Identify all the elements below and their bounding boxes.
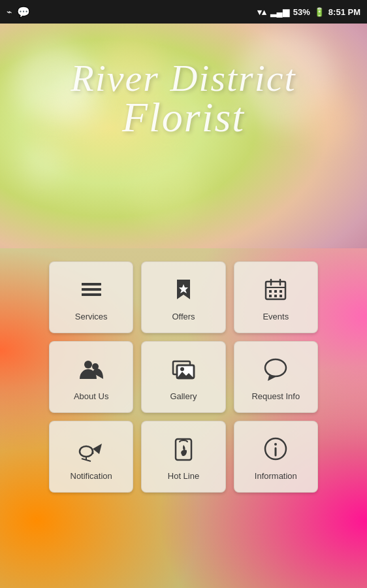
gallery-label: Gallery xyxy=(170,391,197,401)
services-label: Services xyxy=(75,312,108,321)
svg-rect-15 xyxy=(274,295,277,297)
hero-section: River District Florist xyxy=(0,24,367,285)
svg-point-24 xyxy=(80,446,93,457)
svg-rect-16 xyxy=(279,295,282,297)
battery-icon: 🔋 xyxy=(314,7,325,17)
about-us-button[interactable]: About Us xyxy=(49,341,133,413)
information-button[interactable]: Information xyxy=(234,421,318,493)
signal-icon: ▂▄▆ xyxy=(270,7,289,17)
offers-icon xyxy=(170,276,197,306)
svg-rect-4 xyxy=(82,288,85,291)
time-display: 8:51 PM xyxy=(328,7,360,17)
gallery-icon xyxy=(170,356,197,386)
information-label: Information xyxy=(255,471,297,481)
hot-line-icon xyxy=(170,436,197,466)
services-button[interactable]: Services xyxy=(49,261,133,333)
request-info-button[interactable]: Request Info xyxy=(234,341,318,413)
offers-label: Offers xyxy=(172,312,195,321)
svg-rect-5 xyxy=(82,293,85,296)
gallery-button[interactable]: Gallery xyxy=(141,341,225,413)
wifi-icon: ▾▴ xyxy=(257,7,266,17)
events-button[interactable]: Events xyxy=(234,261,318,333)
svg-point-30 xyxy=(274,443,277,446)
notification-label: Notification xyxy=(71,471,112,481)
battery-percent: 53% xyxy=(293,7,310,17)
hot-line-button[interactable]: Hot Line xyxy=(141,421,225,493)
svg-point-23 xyxy=(265,359,286,376)
whatsapp-icon: 💬 xyxy=(17,6,30,18)
events-label: Events xyxy=(263,312,289,321)
menu-grid: Services Offers xyxy=(0,255,367,499)
svg-rect-12 xyxy=(274,290,277,293)
notification-icon xyxy=(78,436,104,466)
events-icon xyxy=(263,276,289,306)
about-us-label: About Us xyxy=(74,391,108,401)
usb-icon: ⌁ xyxy=(7,7,12,17)
svg-rect-13 xyxy=(279,290,282,293)
services-icon xyxy=(78,276,104,306)
svg-rect-3 xyxy=(82,283,85,286)
status-bar: ⌁ 💬 ▾▴ ▂▄▆ 53% 🔋 8:51 PM xyxy=(0,0,367,24)
svg-rect-11 xyxy=(269,290,272,293)
svg-rect-14 xyxy=(269,295,272,297)
information-icon xyxy=(263,436,289,466)
notification-button[interactable]: Notification xyxy=(49,421,133,493)
app-title: River District Florist xyxy=(0,56,367,142)
offers-button[interactable]: Offers xyxy=(141,261,225,333)
request-info-label: Request Info xyxy=(251,391,300,401)
title-line2: Florist xyxy=(0,93,367,142)
svg-point-17 xyxy=(84,361,92,368)
request-info-icon xyxy=(263,356,289,386)
hot-line-label: Hot Line xyxy=(168,471,199,481)
about-us-icon xyxy=(78,356,104,386)
svg-point-22 xyxy=(180,367,184,371)
